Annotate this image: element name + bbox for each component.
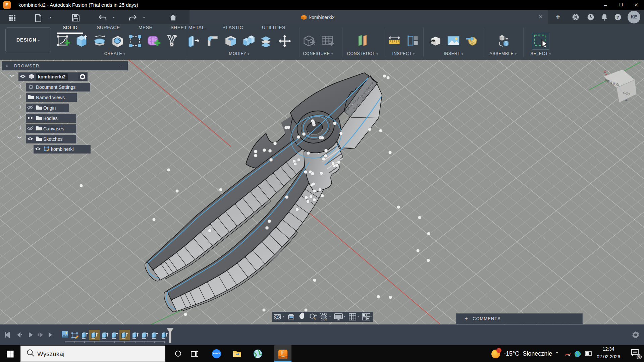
svg-text:X: X [604,70,606,74]
svg-text:?: ? [616,15,619,20]
